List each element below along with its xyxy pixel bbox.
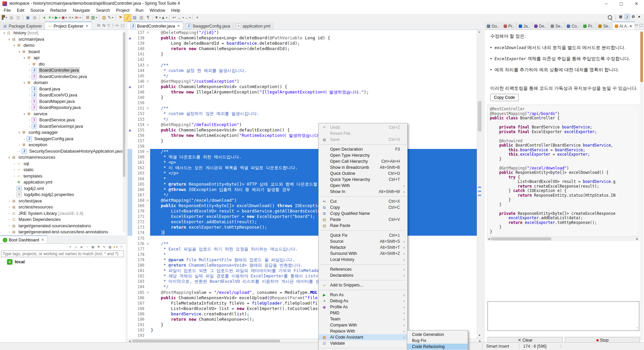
java-perspective-icon[interactable]: J xyxy=(624,14,630,20)
maximize-window-button[interactable]: ▢ xyxy=(614,0,629,7)
last-edit-icon[interactable]: ↩ xyxy=(171,14,178,21)
menu-item-add-to-snippets[interactable]: ▱Add to Snippets... xyxy=(319,282,407,288)
code-line-179[interactable]: 179 * @param file MultipartFile 형태의 업로드 … xyxy=(128,257,477,263)
menu-item-open-type-hierarchy[interactable]: Open Type Hierarchy xyxy=(319,152,407,158)
menu-item-declarations[interactable]: Declarations › xyxy=(319,272,407,278)
whitespace-icon[interactable]: ¶ xyxy=(145,14,151,21)
menu-item-compare-with[interactable]: Compare With › xyxy=(319,322,407,328)
expand-icon[interactable]: › xyxy=(12,167,16,173)
menu-item-references[interactable]: References › xyxy=(319,266,407,272)
tab-se[interactable]: Se.. xyxy=(549,22,565,30)
perspective-grid-icon[interactable]: ▦ xyxy=(617,14,624,20)
code-line-171[interactable]: 171 ExcelExporter excelExporter = new Ex… xyxy=(128,214,477,219)
menu-navigate[interactable]: Navigate xyxy=(70,7,93,13)
code-line-177[interactable]: 177 * Excel 파일을 업로드 하기 위한 요청을 처리하는 메소드입니… xyxy=(128,246,477,252)
tree-item-target-generated-sources-annotations[interactable]: › ▤ target/generated-sources/annotations xyxy=(0,223,126,229)
menu-item-pmd[interactable]: PMD › xyxy=(319,310,407,316)
code-line-159[interactable]: 159 ⊖ /** xyxy=(128,149,477,154)
notification-icon[interactable]: ● xyxy=(636,14,642,19)
code-line-152[interactable]: 152 * custom 설정하지 않은 예외를 발생시킵니다. xyxy=(128,111,477,116)
code-line-189[interactable]: 189 boardService.createBoard(list); xyxy=(128,311,477,317)
tab-ai-a[interactable]: AI A.. ✕ xyxy=(613,22,635,30)
sash-right[interactable] xyxy=(482,22,485,342)
back-icon[interactable]: ←▼ xyxy=(178,14,184,21)
tree-item-config-swagger[interactable]: ∨ ⊞ config.swagger xyxy=(0,129,126,136)
mark-occurrences-icon[interactable]: ╱ xyxy=(124,14,131,22)
tab-co[interactable]: Co.. xyxy=(565,22,581,30)
expand-icon[interactable]: › xyxy=(7,198,11,204)
tree-item-boardmapper-java[interactable]: › I BoardMapper.java xyxy=(0,99,126,105)
menu-item-local-history[interactable]: Local History › xyxy=(319,257,407,263)
code-line-145[interactable]: 145 */ xyxy=(128,73,477,79)
new-doc-icon[interactable]: ▥ xyxy=(138,14,145,21)
forward-icon[interactable]: →▼ xyxy=(184,14,191,21)
menu-item-open-declaration[interactable]: Open Declaration F3 xyxy=(319,146,407,152)
tree-item-application-yml[interactable]: ✿ application.yml xyxy=(0,179,126,186)
code-line-156[interactable]: 156 throw new RuntimeException("RuntimeE… xyxy=(128,133,477,138)
tree-item-log4jdbc-log4j2-properties[interactable]: ≡ log4jdbc.log4j2.properties xyxy=(0,192,126,198)
code-line-165[interactable]: 165 * @return ResponseEntity<byte[]> HTT… xyxy=(128,182,477,187)
menu-item-quick-fix[interactable]: Quick Fix Ctrl+1 xyxy=(319,232,407,238)
menu-item-source[interactable]: Source Alt+Shift+S › xyxy=(319,238,407,244)
menu-item-show-in-breadcrumb[interactable]: Show in Breadcrumb Alt+Shift+B xyxy=(319,164,407,170)
scroll-up-icon[interactable]: ▲ xyxy=(477,30,481,34)
tree-item-boardservice-java[interactable]: › I BoardService.java xyxy=(0,117,126,123)
code-line-178[interactable]: 178 * xyxy=(128,252,477,257)
start-icon[interactable]: ↗ xyxy=(67,244,73,249)
tab-de[interactable]: De.. xyxy=(532,22,549,30)
close-icon[interactable]: ✕ xyxy=(629,24,633,29)
tree-item-history[interactable]: ∨ ◫ history [boot] xyxy=(0,30,126,36)
tree-item-domain[interactable]: ∨ ⊞ domain xyxy=(0,80,126,86)
relaunch-icon[interactable]: ≫▼ xyxy=(75,14,81,21)
copy-code-button[interactable]: Copy Code xyxy=(490,94,519,101)
fold-marker-icon[interactable]: ⊖ xyxy=(145,106,150,111)
expand-icon[interactable]: › xyxy=(27,123,32,130)
code-line-166[interactable]: 166 * @throws IOException 입출력 처리 중 예외가 발… xyxy=(128,187,477,192)
menu-refactor[interactable]: Refactor xyxy=(47,7,70,13)
fold-marker-icon[interactable]: ⊖ xyxy=(145,63,150,68)
new-java-project-icon[interactable]: ⊞ xyxy=(84,14,91,21)
code-line-162[interactable]: 162 * 이 메서드는 모든 게시판의 목록을 엑셀 파일로 다운로드합니다. xyxy=(128,165,477,170)
submenu-item-code-generation[interactable]: Code Generation xyxy=(407,332,468,338)
code-line-146[interactable]: 146 ⊖ @GetMapping("/customException") xyxy=(128,79,477,84)
code-line-174[interactable]: 174 } xyxy=(128,230,477,235)
ai-code-hscrollbar[interactable]: ◀ ▶ xyxy=(487,237,639,241)
menu-item-raw-paste[interactable]: ▤Raw Paste xyxy=(319,223,407,229)
code-line-168[interactable]: 168 ⊖ @GetMapping("/excel/download") xyxy=(128,198,477,203)
search-icon[interactable] xyxy=(608,15,612,20)
tree-item-boardexcelvo-java[interactable]: › J BoardExcelVO.java xyxy=(0,92,126,99)
spring-search-icon[interactable]: ◎ xyxy=(31,14,38,21)
expand-icon[interactable]: › xyxy=(7,204,11,210)
coverage-icon[interactable]: ▧▼ xyxy=(91,14,98,21)
boot-new-icon[interactable]: ● xyxy=(41,14,48,21)
tree-item-service[interactable]: ∨ ⊞ service xyxy=(0,111,126,117)
code-line-144[interactable]: 144 * custom 설정 한 예외를 발생시킵니다. xyxy=(128,68,477,73)
expand-icon[interactable]: › xyxy=(7,229,11,235)
tree-item-log4j2-xml[interactable]: x log4j2.xml xyxy=(0,186,126,192)
menu-item-replace-with[interactable]: Replace With › xyxy=(319,328,407,334)
next-annotation-icon[interactable]: ▼▼ xyxy=(154,14,161,21)
tree-item-api[interactable]: ∨ ⊞ api xyxy=(0,55,126,61)
menu-item-debug-as[interactable]: ✶Debug As › xyxy=(319,298,407,304)
code-line-155[interactable]: 155 public ChamomileResponse<Void> defau… xyxy=(128,127,477,133)
code-line-164[interactable]: 164 * xyxy=(128,176,477,182)
menu-run[interactable]: Run xyxy=(133,7,147,13)
code-line-141[interactable]: 141 } xyxy=(128,51,477,57)
fold-marker-icon[interactable]: ⊖ xyxy=(145,30,150,35)
code-line-161[interactable]: 161 * <p> xyxy=(128,160,477,165)
code-line-185[interactable]: 185 ⊖ @PostMapping(value = "/excel/uploa… xyxy=(128,290,477,295)
menu-help[interactable]: Help xyxy=(168,7,183,13)
task-icon[interactable]: ▤ xyxy=(131,14,138,21)
expand-icon[interactable]: › xyxy=(12,173,16,180)
expand-icon[interactable]: › xyxy=(17,148,21,155)
expand-icon[interactable]: › xyxy=(27,92,32,99)
expand-icon[interactable]: › xyxy=(7,217,11,223)
code-line-187[interactable]: 187 FileMetadataInfoEntity fileVo = file… xyxy=(128,301,477,306)
code-line-163[interactable]: 163 * </p> xyxy=(128,170,477,176)
tree-item-board-java[interactable]: › J Board.java xyxy=(0,86,126,92)
code-line-180[interactable]: 180 * @return ChamomileResponse<Void> 형태… xyxy=(128,263,477,268)
tree-item-swaggerconfig-java[interactable]: › J SwaggerConfig.java xyxy=(0,136,126,142)
tree-item-boardserviceimpl-java[interactable]: › J BoardServiceImpl.java xyxy=(0,123,126,130)
code-line-173[interactable]: 173 return excelExporter.toHttpResponse(… xyxy=(128,225,477,230)
expand-icon[interactable]: ∨ xyxy=(22,111,27,117)
